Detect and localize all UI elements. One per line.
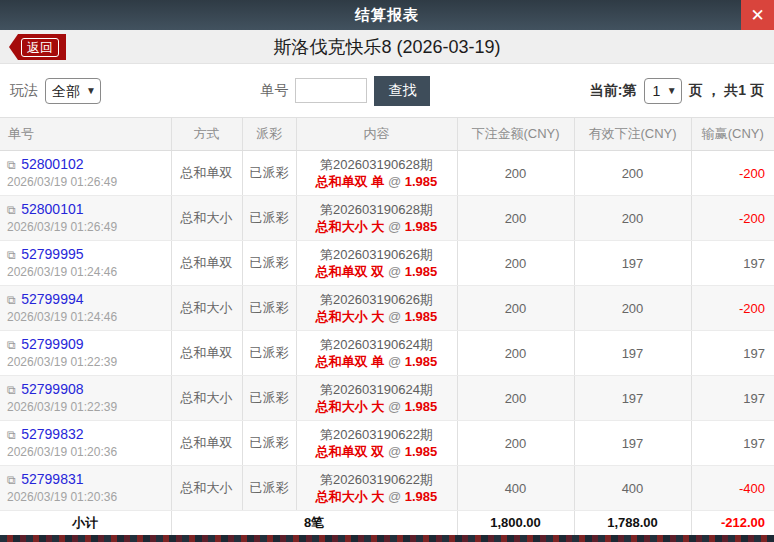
table-row: ⧉ 52799908 2026/03/19 01:22:39 总和大小 已派彩 …	[0, 376, 774, 421]
order-datetime: 2026/03/19 01:26:49	[7, 219, 171, 235]
order-no-input[interactable]	[295, 78, 367, 103]
bet-content: 总和单双 单 @ 1.985	[297, 353, 457, 370]
copy-icon[interactable]: ⧉	[7, 158, 16, 172]
search-button[interactable]: 查找	[374, 76, 430, 106]
table-row: ⧉ 52800101 2026/03/19 01:26:49 总和大小 已派彩 …	[0, 196, 774, 241]
bet-amount-cell: 200	[457, 331, 574, 376]
table-row: ⧉ 52799831 2026/03/19 01:20:36 总和大小 已派彩 …	[0, 466, 774, 511]
at-symbol: @	[388, 399, 401, 414]
copy-icon[interactable]: ⧉	[7, 428, 16, 442]
bet-content: 总和单双 双 @ 1.985	[297, 263, 457, 280]
page-select-wrap: 1 ▼	[644, 78, 682, 104]
table-row: ⧉ 52799832 2026/03/19 01:20:36 总和单双 已派彩 …	[0, 421, 774, 466]
odds-value: 1.985	[405, 309, 438, 324]
order-no-link[interactable]: 52799832	[21, 426, 83, 442]
subtotal-winloss: -212.00	[691, 511, 774, 535]
copy-icon[interactable]: ⧉	[7, 248, 16, 262]
page-suffix-label: 页 ， 共1 页	[689, 82, 764, 100]
winloss-cell: -200	[691, 151, 774, 196]
payout-status-cell: 已派彩	[242, 376, 296, 421]
back-button[interactable]: 返回	[18, 34, 66, 60]
order-no-link[interactable]: 52800101	[21, 201, 83, 217]
bet-content: 总和大小 大 @ 1.985	[297, 488, 457, 505]
subtotal-row: 小计 8笔 1,800.00 1,788.00 -212.00	[0, 511, 774, 535]
bet-amount-cell: 200	[457, 286, 574, 331]
bet-content: 总和单双 双 @ 1.985	[297, 443, 457, 460]
odds-value: 1.985	[405, 489, 438, 504]
method-cell: 总和大小	[171, 286, 242, 331]
bet-amount-cell: 400	[457, 466, 574, 511]
at-symbol: @	[388, 354, 401, 369]
page-title: 斯洛伐克快乐8 (2026-03-19)	[273, 35, 500, 59]
copy-icon[interactable]: ⧉	[7, 203, 16, 217]
order-no-link[interactable]: 52799994	[21, 291, 83, 307]
valid-bet-cell: 200	[574, 151, 691, 196]
bet-amount-cell: 200	[457, 241, 574, 286]
valid-bet-cell: 197	[574, 241, 691, 286]
period-text: 第202603190622期	[297, 426, 457, 443]
col-header-bet-amount: 下注金额(CNY)	[457, 118, 574, 151]
method-cell: 总和单双	[171, 331, 242, 376]
subtotal-count: 8笔	[171, 511, 457, 535]
close-icon[interactable]: ✕	[741, 0, 774, 30]
playtype-label: 玩法	[10, 82, 38, 100]
settlement-table: 单号 方式 派彩 内容 下注金额(CNY) 有效下注(CNY) 输赢(CNY) …	[0, 117, 774, 535]
payout-status-cell: 已派彩	[242, 241, 296, 286]
valid-bet-cell: 197	[574, 376, 691, 421]
copy-icon[interactable]: ⧉	[7, 293, 16, 307]
col-header-payout: 派彩	[242, 118, 296, 151]
col-header-winloss: 输赢(CNY)	[691, 118, 774, 151]
page-select[interactable]: 1	[644, 78, 682, 104]
playtype-select[interactable]: 全部	[45, 78, 101, 104]
order-search-group: 单号 查找	[101, 76, 590, 106]
col-header-method: 方式	[171, 118, 242, 151]
copy-icon[interactable]: ⧉	[7, 383, 16, 397]
at-symbol: @	[388, 264, 401, 279]
order-no-link[interactable]: 52799831	[21, 471, 83, 487]
method-cell: 总和大小	[171, 376, 242, 421]
payout-status-cell: 已派彩	[242, 196, 296, 241]
period-text: 第202603190622期	[297, 471, 457, 488]
order-no-link[interactable]: 52799908	[21, 381, 83, 397]
background-page-strip	[0, 535, 774, 542]
winloss-cell: -400	[691, 466, 774, 511]
method-cell: 总和单双	[171, 241, 242, 286]
order-no-link[interactable]: 52799909	[21, 336, 83, 352]
back-button-label: 返回	[21, 38, 59, 57]
col-header-content: 内容	[296, 118, 457, 151]
order-datetime: 2026/03/19 01:20:36	[7, 489, 171, 505]
copy-icon[interactable]: ⧉	[7, 473, 16, 487]
page-prefix-label: 当前:第	[590, 82, 637, 100]
subtotal-label: 小计	[0, 511, 171, 535]
bet-amount-cell: 200	[457, 376, 574, 421]
at-symbol: @	[388, 444, 401, 459]
valid-bet-cell: 197	[574, 421, 691, 466]
report-subheader: 返回 斯洛伐克快乐8 (2026-03-19)	[0, 30, 774, 64]
table-row: ⧉ 52800102 2026/03/19 01:26:49 总和单双 已派彩 …	[0, 151, 774, 196]
subtotal-bet-amount: 1,800.00	[457, 511, 574, 535]
bet-amount-cell: 200	[457, 421, 574, 466]
bet-content: 总和大小 大 @ 1.985	[297, 398, 457, 415]
at-symbol: @	[388, 309, 401, 324]
valid-bet-cell: 200	[574, 286, 691, 331]
playtype-select-wrap: 全部 ▼	[45, 78, 101, 104]
at-symbol: @	[388, 489, 401, 504]
valid-bet-cell: 400	[574, 466, 691, 511]
col-header-order-no: 单号	[0, 118, 171, 151]
order-datetime: 2026/03/19 01:22:39	[7, 399, 171, 415]
payout-status-cell: 已派彩	[242, 286, 296, 331]
odds-value: 1.985	[405, 174, 438, 189]
order-datetime: 2026/03/19 01:20:36	[7, 444, 171, 460]
at-symbol: @	[388, 174, 401, 189]
valid-bet-cell: 200	[574, 196, 691, 241]
order-no-link[interactable]: 52800102	[21, 156, 83, 172]
bet-content: 总和大小 大 @ 1.985	[297, 308, 457, 325]
copy-icon[interactable]: ⧉	[7, 338, 16, 352]
table-row: ⧉ 52799909 2026/03/19 01:22:39 总和单双 已派彩 …	[0, 331, 774, 376]
winloss-cell: 197	[691, 331, 774, 376]
order-no-link[interactable]: 52799995	[21, 246, 83, 262]
payout-status-cell: 已派彩	[242, 331, 296, 376]
table-row: ⧉ 52799994 2026/03/19 01:24:46 总和大小 已派彩 …	[0, 286, 774, 331]
order-datetime: 2026/03/19 01:24:46	[7, 309, 171, 325]
period-text: 第202603190628期	[297, 156, 457, 173]
